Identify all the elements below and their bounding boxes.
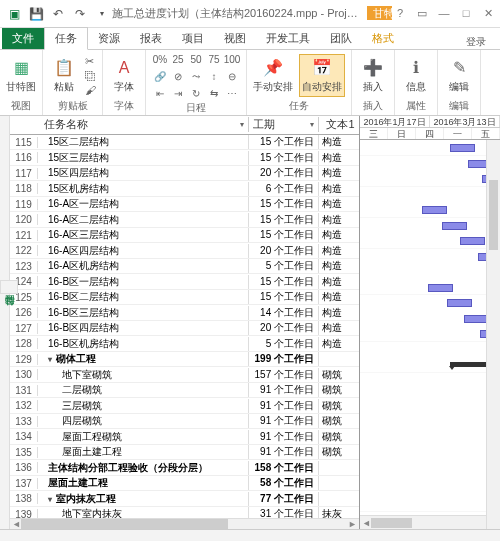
cell-task-name[interactable]: 15区三层结构	[38, 151, 249, 165]
save-icon[interactable]: 💾	[26, 4, 46, 24]
cell-task-name[interactable]: ▾室内抹灰工程	[38, 492, 249, 506]
row-number[interactable]: 116	[10, 152, 38, 163]
cell-duration[interactable]: 199 个工作日	[249, 352, 319, 366]
table-row[interactable]: 12716-B区四层结构20 个工作日构造	[10, 321, 359, 337]
cell-task-name[interactable]: 16-B区机房结构	[38, 337, 249, 351]
close-icon[interactable]: ✕	[480, 7, 496, 20]
cell-duration[interactable]: 15 个工作日	[249, 197, 319, 211]
cell-text1[interactable]: 构造	[319, 259, 359, 273]
cell-duration[interactable]: 20 个工作日	[249, 166, 319, 180]
row-number[interactable]: 135	[10, 447, 38, 458]
row-number[interactable]: 137	[10, 478, 38, 489]
pct75-icon[interactable]: 75	[206, 52, 222, 66]
minimize-icon[interactable]: —	[436, 7, 452, 20]
respect-icon[interactable]: ↕	[206, 69, 222, 83]
font-button[interactable]: A字体	[109, 57, 139, 94]
table-row[interactable]: 132三层砌筑91 个工作日砌筑	[10, 398, 359, 414]
cell-duration[interactable]: 15 个工作日	[249, 290, 319, 304]
pct50-icon[interactable]: 50	[188, 52, 204, 66]
table-row[interactable]: 136主体结构分部工程验收（分段分层）158 个工作日	[10, 460, 359, 476]
move-icon[interactable]: ⇆	[206, 86, 222, 100]
mode-icon[interactable]: ⋯	[224, 86, 240, 100]
cell-task-name[interactable]: 16-B区三层结构	[38, 306, 249, 320]
table-row[interactable]: 134屋面工程砌筑91 个工作日砌筑	[10, 429, 359, 445]
table-row[interactable]: 137屋面土建工程58 个工作日	[10, 476, 359, 492]
cell-duration[interactable]: 157 个工作日	[249, 368, 319, 382]
cell-task-name[interactable]: 三层砌筑	[38, 399, 249, 413]
cell-duration[interactable]: 14 个工作日	[249, 306, 319, 320]
tab-format[interactable]: 格式	[362, 28, 404, 49]
cell-text1[interactable]: 砌筑	[319, 399, 359, 413]
manual-schedule-button[interactable]: 📌手动安排	[253, 57, 293, 94]
cell-task-name[interactable]: 屋面土建工程	[38, 445, 249, 459]
gantt-view-button[interactable]: ▦甘特图	[6, 57, 36, 94]
cell-duration[interactable]: 15 个工作日	[249, 151, 319, 165]
cell-task-name[interactable]: 四层砌筑	[38, 414, 249, 428]
cell-duration[interactable]: 91 个工作日	[249, 399, 319, 413]
table-row[interactable]: 130地下室砌筑157 个工作日砌筑	[10, 367, 359, 383]
row-number[interactable]: 133	[10, 416, 38, 427]
pct25-icon[interactable]: 25	[170, 52, 186, 66]
cell-text1[interactable]: 构造	[319, 337, 359, 351]
cell-task-name[interactable]: 16-B区一层结构	[38, 275, 249, 289]
table-row[interactable]: 11715区四层结构20 个工作日构造	[10, 166, 359, 182]
table-row[interactable]: 12516-B区二层结构15 个工作日构造	[10, 290, 359, 306]
unlink-icon[interactable]: ⊘	[170, 69, 186, 83]
col-text1[interactable]: 文本1	[319, 117, 359, 132]
row-number[interactable]: 117	[10, 168, 38, 179]
table-row[interactable]: 12116-A区三层结构15 个工作日构造	[10, 228, 359, 244]
paste-button[interactable]: 📋粘贴	[49, 57, 79, 94]
row-number[interactable]: 129	[10, 354, 38, 365]
col-duration[interactable]: 工期▾	[249, 117, 319, 132]
tab-project[interactable]: 项目	[172, 28, 214, 49]
cell-text1[interactable]: 抹灰	[319, 507, 359, 518]
table-row[interactable]: 135屋面土建工程91 个工作日砌筑	[10, 445, 359, 461]
indent-icon[interactable]: ⇥	[170, 86, 186, 100]
tab-resource[interactable]: 资源	[88, 28, 130, 49]
edit-button[interactable]: ✎编辑	[444, 57, 474, 94]
login-link[interactable]: 登录	[466, 35, 500, 49]
row-number[interactable]: 131	[10, 385, 38, 396]
cell-duration[interactable]: 31 个工作日	[249, 507, 319, 518]
update-icon[interactable]: ↻	[188, 86, 204, 100]
table-row[interactable]: 12816-B区机房结构5 个工作日构造	[10, 336, 359, 352]
cell-task-name[interactable]: 16-A区四层结构	[38, 244, 249, 258]
insert-button[interactable]: ➕插入	[358, 57, 388, 94]
row-number[interactable]: 121	[10, 230, 38, 241]
row-number[interactable]: 119	[10, 199, 38, 210]
row-number[interactable]: 139	[10, 509, 38, 518]
help-icon[interactable]: ?	[392, 7, 408, 20]
cell-duration[interactable]: 91 个工作日	[249, 383, 319, 397]
cell-text1[interactable]: 构造	[319, 182, 359, 196]
gantt-bar[interactable]	[447, 299, 472, 307]
copy-icon[interactable]: ⿻	[85, 70, 96, 82]
row-number[interactable]: 123	[10, 261, 38, 272]
cell-task-name[interactable]: 16-A区一层结构	[38, 197, 249, 211]
h-scrollbar-left[interactable]: ◄►	[10, 518, 359, 529]
cell-task-name[interactable]: 主体结构分部工程验收（分段分层）	[38, 461, 249, 475]
row-number[interactable]: 132	[10, 400, 38, 411]
cell-task-name[interactable]: 屋面工程砌筑	[38, 430, 249, 444]
table-row[interactable]: 12316-A区机房结构5 个工作日构造	[10, 259, 359, 275]
table-row[interactable]: 129▾砌体工程199 个工作日	[10, 352, 359, 368]
cell-duration[interactable]: 58 个工作日	[249, 476, 319, 490]
gantt-bar[interactable]	[442, 222, 467, 230]
maximize-icon[interactable]: □	[458, 7, 474, 20]
info-button[interactable]: ℹ信息	[401, 57, 431, 94]
tab-file[interactable]: 文件	[2, 28, 44, 49]
cell-text1[interactable]: 构造	[319, 306, 359, 320]
cell-duration[interactable]: 15 个工作日	[249, 135, 319, 149]
cell-duration[interactable]: 91 个工作日	[249, 414, 319, 428]
qat-dropdown-icon[interactable]: ▾	[92, 4, 112, 24]
cut-icon[interactable]: ✂	[85, 55, 96, 68]
undo-icon[interactable]: ↶	[48, 4, 68, 24]
cell-duration[interactable]: 20 个工作日	[249, 244, 319, 258]
cell-duration[interactable]: 5 个工作日	[249, 337, 319, 351]
chevron-down-icon[interactable]: ▾	[310, 120, 314, 129]
cell-task-name[interactable]: 15区四层结构	[38, 166, 249, 180]
cell-text1[interactable]: 砌筑	[319, 414, 359, 428]
cell-duration[interactable]: 158 个工作日	[249, 461, 319, 475]
split-icon[interactable]: ⤳	[188, 69, 204, 83]
row-number[interactable]: 138	[10, 493, 38, 504]
outdent-icon[interactable]: ⇤	[152, 86, 168, 100]
